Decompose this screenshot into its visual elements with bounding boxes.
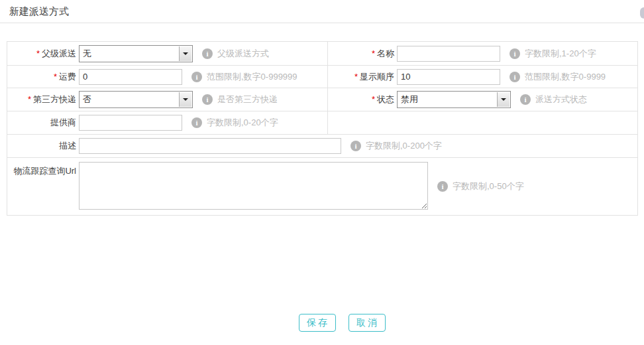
delivery-method-form: *父级派送 无 i 父级派送方式 *名称 i 字数限制,1-20个字 *运费 i… <box>7 41 638 216</box>
field-display-order: *显示顺序 i 范围限制,数字0-9999 <box>328 66 637 88</box>
info-icon: i <box>191 117 202 128</box>
display-order-input[interactable] <box>397 69 500 85</box>
third-party-hint: 是否第三方快递 <box>217 94 278 105</box>
save-button[interactable]: 保存 <box>299 314 336 332</box>
fee-hint: 范围限制,数字0-999999 <box>207 71 297 83</box>
tracking-url-hint-wrap: i 字数限制,0-50个字 <box>428 180 524 192</box>
field-name: *名称 i 字数限制,1-20个字 <box>328 42 637 65</box>
description-label: 描述 <box>7 140 76 152</box>
edge-partial-circle <box>640 7 644 19</box>
form-row-6: 物流跟踪查询Url i 字数限制,0-50个字 <box>7 158 637 215</box>
status-hint: 派送方式状态 <box>535 94 587 105</box>
required-marker: * <box>372 48 375 58</box>
fee-label: *运费 <box>7 71 76 83</box>
form-row-4: 提供商 i 字数限制,0-20个字 <box>7 111 637 135</box>
status-select[interactable]: 禁用 <box>397 91 511 108</box>
field-third-party: *第三方快递 否 i 是否第三方快递 <box>7 88 328 111</box>
required-marker: * <box>36 48 40 58</box>
tracking-url-textarea[interactable] <box>79 162 428 210</box>
third-party-select-value: 否 <box>83 94 91 105</box>
fee-input[interactable] <box>79 69 182 85</box>
display-order-hint: 范围限制,数字0-9999 <box>525 71 606 83</box>
info-icon: i <box>510 48 520 59</box>
provider-label: 提供商 <box>7 117 76 129</box>
form-actions: 保存 取消 <box>0 314 644 332</box>
info-icon: i <box>191 72 202 82</box>
status-label: *状态 <box>328 94 394 105</box>
page-header: 新建派送方式 <box>0 0 644 23</box>
empty-cell <box>328 111 637 134</box>
parent-delivery-select[interactable]: 无 <box>79 45 193 62</box>
display-order-label: *显示顺序 <box>328 71 394 83</box>
provider-hint: 字数限制,0-20个字 <box>207 117 278 129</box>
description-input[interactable] <box>79 138 341 154</box>
field-fee: *运费 i 范围限制,数字0-999999 <box>7 66 328 88</box>
field-parent-delivery: *父级派送 无 i 父级派送方式 <box>7 42 328 65</box>
provider-input[interactable] <box>79 115 182 131</box>
cancel-button[interactable]: 取消 <box>349 314 386 332</box>
name-hint: 字数限制,1-20个字 <box>525 48 596 60</box>
form-row-5: 描述 i 字数限制,0-200个字 <box>7 135 637 158</box>
chevron-down-icon[interactable] <box>179 46 191 61</box>
form-row-3: *第三方快递 否 i 是否第三方快递 *状态 禁用 i 派送方式状态 <box>7 88 637 111</box>
required-marker: * <box>372 94 375 104</box>
page-title: 新建派送方式 <box>9 5 69 18</box>
field-provider: 提供商 i 字数限制,0-20个字 <box>7 111 328 134</box>
info-icon: i <box>202 48 213 59</box>
tracking-url-label: 物流跟踪查询Url <box>7 158 76 215</box>
required-marker: * <box>54 72 57 82</box>
field-status: *状态 禁用 i 派送方式状态 <box>328 88 637 111</box>
form-row-2: *运费 i 范围限制,数字0-999999 *显示顺序 i 范围限制,数字0-9… <box>7 66 637 88</box>
field-description: 描述 i 字数限制,0-200个字 <box>7 135 637 157</box>
info-icon: i <box>350 141 361 151</box>
form-row-1: *父级派送 无 i 父级派送方式 *名称 i 字数限制,1-20个字 <box>7 42 637 66</box>
info-icon: i <box>520 94 531 105</box>
info-icon: i <box>437 181 448 192</box>
parent-delivery-hint: 父级派送方式 <box>217 48 269 60</box>
required-marker: * <box>354 72 358 82</box>
chevron-down-icon[interactable] <box>497 92 510 107</box>
chevron-down-icon[interactable] <box>179 92 191 107</box>
info-icon: i <box>510 72 520 82</box>
parent-delivery-label: *父级派送 <box>7 48 76 60</box>
parent-delivery-select-value: 无 <box>83 48 91 60</box>
third-party-select[interactable]: 否 <box>79 91 193 108</box>
info-icon: i <box>202 94 213 105</box>
name-label: *名称 <box>328 48 394 60</box>
required-marker: * <box>28 94 31 104</box>
description-hint: 字数限制,0-200个字 <box>366 140 442 152</box>
third-party-label: *第三方快递 <box>7 94 76 105</box>
tracking-url-hint: 字数限制,0-50个字 <box>453 180 524 192</box>
status-select-value: 禁用 <box>401 94 418 105</box>
name-input[interactable] <box>397 46 500 62</box>
